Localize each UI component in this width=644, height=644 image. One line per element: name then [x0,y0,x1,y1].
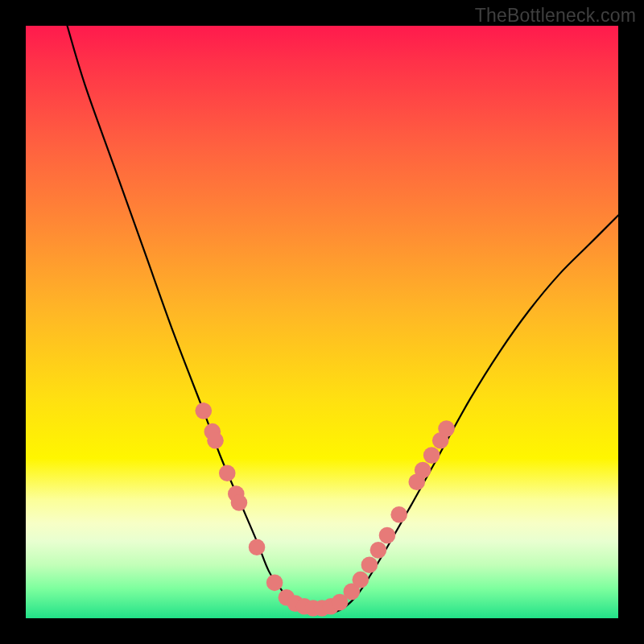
curve-marker [379,527,396,544]
curve-marker [249,539,266,555]
curve-marker [423,447,440,464]
curve-marker [231,494,248,511]
curve-marker [390,506,407,523]
curve-marker [370,542,387,559]
plot-area [26,26,618,618]
bottleneck-curve [68,26,618,613]
curve-marker [361,556,378,573]
curve-marker [219,464,236,481]
chart-frame: TheBottleneck.com [0,0,644,644]
curve-marker [196,402,213,419]
curve-marker [266,575,283,592]
curve-marker [353,572,369,588]
chart-svg [26,26,618,618]
watermark-text: TheBottleneck.com [475,5,636,27]
curve-markers [196,402,455,617]
curve-marker [415,462,431,479]
curve-marker [207,432,224,449]
curve-marker [438,420,455,437]
